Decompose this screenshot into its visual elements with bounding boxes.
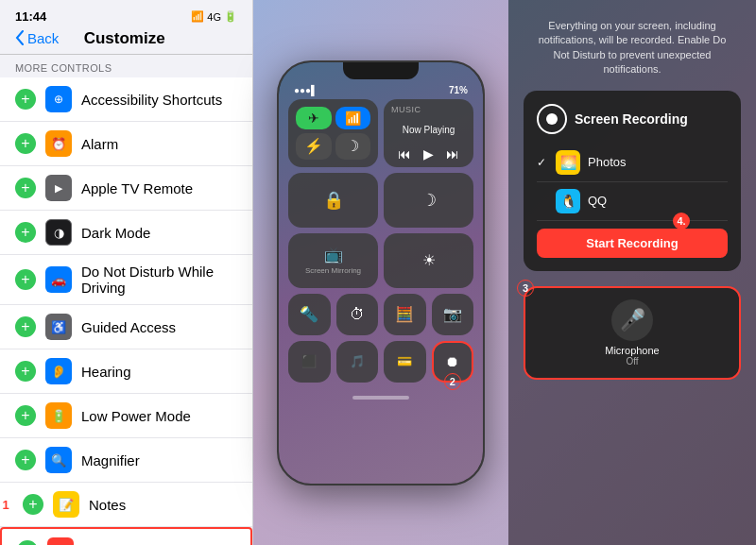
status-right: 📶 4G 🔋: [191, 10, 237, 23]
add-icon[interactable]: +: [15, 222, 36, 243]
control-label: Low Power Mode: [81, 408, 191, 424]
list-item[interactable]: + ♿ Guided Access: [0, 305, 252, 349]
next-icon[interactable]: ⏭: [446, 146, 459, 162]
back-button[interactable]: Back: [15, 30, 59, 46]
screen-recording-cc-tile[interactable]: ⏺ 2: [432, 341, 474, 383]
list-item[interactable]: + ⏰ Alarm: [0, 122, 252, 166]
control-label: Apple TV Remote: [81, 180, 193, 196]
list-item[interactable]: + 🚗 Do Not Disturb While Driving: [0, 255, 252, 305]
add-icon[interactable]: +: [15, 178, 36, 198]
photos-icon: 🌅: [556, 150, 580, 175]
list-item[interactable]: + 👂 Hearing: [0, 349, 252, 394]
qq-icon: 🐧: [556, 189, 580, 213]
photos-label: Photos: [588, 155, 626, 169]
mic-icon: 🎤: [611, 299, 653, 341]
popup-photos-item[interactable]: ✓ 🌅 Photos: [537, 144, 728, 182]
vpn-btn[interactable]: ☽: [335, 133, 371, 160]
step4-badge: 4.: [673, 213, 690, 230]
rec-dot: [546, 113, 558, 125]
list-item[interactable]: + ▶ Apple TV Remote: [0, 166, 252, 211]
iphone-screen: ●●●▌ 71% ✈ 📶 ⚡ ☽ Music Now Playing ⏮: [279, 62, 483, 484]
middle-panel: ●●●▌ 71% ✈ 📶 ⚡ ☽ Music Now Playing ⏮: [253, 0, 508, 545]
control-label: Magnifier: [81, 452, 140, 468]
section-label: MORE CONTROLS: [0, 55, 252, 77]
sound-tile[interactable]: 🎵: [336, 341, 379, 383]
signal-icon: 📶: [191, 10, 204, 23]
music-widget-label: Music: [391, 105, 466, 114]
guided-access-icon: ♿: [45, 314, 72, 340]
phone-signal: 71%: [449, 85, 468, 95]
list-item[interactable]: + ◑ Dark Mode: [0, 211, 252, 255]
page-title: Customize: [59, 29, 190, 48]
add-icon[interactable]: +: [15, 89, 36, 110]
airplane-mode-btn[interactable]: ✈: [296, 107, 332, 130]
screen-recording-icon: ⏺: [47, 537, 74, 545]
network-widget: ✈ 📶 ⚡ ☽: [288, 99, 378, 167]
timer-tile[interactable]: ⏱: [336, 294, 379, 335]
right-content: Everything on your screen, including not…: [508, 0, 756, 545]
music-controls: ⏮ ▶ ⏭: [391, 146, 466, 162]
screen-mirroring-label: Screen Mirroring: [305, 266, 361, 275]
qq-label: QQ: [588, 194, 607, 208]
start-recording-button[interactable]: Start Recording: [537, 229, 728, 258]
lock-rotation-tile[interactable]: 🔒: [288, 173, 378, 228]
row5: ⬛ 🎵 💳 ⏺ 2: [288, 341, 473, 383]
control-label: Notes: [89, 497, 126, 513]
music-song: Now Playing: [391, 125, 466, 135]
list-item[interactable]: + 🔍 Magnifier: [0, 438, 252, 483]
phone-time: ●●●▌: [294, 85, 318, 95]
screen-recording-item[interactable]: + ⏺ Screen Recording: [0, 527, 252, 545]
list-item[interactable]: 1 + 📝 Notes: [0, 483, 252, 527]
home-indicator[interactable]: [352, 396, 409, 400]
add-icon[interactable]: +: [15, 405, 36, 426]
mic-label: Microphone: [605, 345, 659, 356]
calculator-tile[interactable]: 🧮: [384, 294, 426, 335]
control-label: Dark Mode: [81, 225, 150, 241]
iphone-frame: ●●●▌ 71% ✈ 📶 ⚡ ☽ Music Now Playing ⏮: [277, 60, 485, 485]
alarm-icon: ⏰: [45, 130, 72, 157]
row3: 📺 Screen Mirroring ☀: [288, 233, 473, 288]
add-icon[interactable]: +: [15, 361, 36, 382]
phone-status-bar: ●●●▌ 71%: [279, 79, 483, 99]
list-item[interactable]: + 🔋 Low Power Mode: [0, 394, 252, 438]
top-widgets: ✈ 📶 ⚡ ☽ Music Now Playing ⏮ ▶ ⏭: [288, 99, 473, 167]
add-icon[interactable]: +: [15, 316, 36, 337]
screen-recording-popup: Screen Recording ✓ 🌅 Photos ✓ 🐧 QQ 4. St…: [524, 91, 741, 271]
camera-tile[interactable]: 📷: [432, 294, 474, 335]
add-icon[interactable]: +: [15, 133, 36, 154]
dnd-driving-icon: 🚗: [45, 266, 72, 293]
wallet-tile[interactable]: 💳: [384, 341, 426, 383]
add-icon[interactable]: +: [15, 269, 36, 290]
notification-text: Everything on your screen, including not…: [524, 19, 741, 77]
add-icon[interactable]: +: [23, 494, 43, 515]
list-item[interactable]: + ⊕ Accessibility Shortcuts: [0, 77, 252, 122]
do-not-disturb-tile[interactable]: ☽: [384, 173, 473, 228]
wifi-btn[interactable]: 📶: [335, 107, 371, 130]
microphone-button-area[interactable]: 3 🎤 Microphone Off: [524, 286, 741, 380]
apple-tv-remote-icon: ▶: [45, 175, 72, 201]
qr-tile[interactable]: ⬛: [288, 341, 331, 383]
popup-title: Screen Recording: [575, 111, 688, 127]
popup-qq-item[interactable]: ✓ 🐧 QQ: [537, 182, 728, 221]
add-icon[interactable]: +: [17, 540, 38, 545]
brightness-tile[interactable]: ☀: [384, 233, 473, 288]
add-icon[interactable]: +: [15, 450, 36, 470]
right-panel: Everything on your screen, including not…: [508, 0, 756, 545]
low-power-icon: 🔋: [45, 402, 72, 429]
middle-row: 🔒 ☽: [288, 173, 473, 228]
torch-tile[interactable]: 🔦: [288, 294, 331, 335]
dark-mode-icon: ◑: [45, 219, 72, 246]
screen-mirroring-tile[interactable]: 📺 Screen Mirroring: [288, 233, 378, 288]
control-label: Hearing: [81, 364, 131, 380]
iphone-notch: [343, 62, 419, 79]
mic-sublabel: Off: [626, 356, 638, 366]
step3-badge: 3: [517, 280, 534, 297]
prev-icon[interactable]: ⏮: [398, 146, 411, 162]
popup-header: Screen Recording: [537, 104, 728, 134]
play-icon[interactable]: ▶: [423, 146, 434, 162]
notes-icon: 📝: [53, 491, 79, 518]
bluetooth-btn[interactable]: ⚡: [296, 133, 332, 160]
status-time: 11:44: [15, 9, 46, 24]
start-recording-container: 4. Start Recording: [537, 221, 728, 258]
control-label: Alarm: [81, 136, 118, 152]
